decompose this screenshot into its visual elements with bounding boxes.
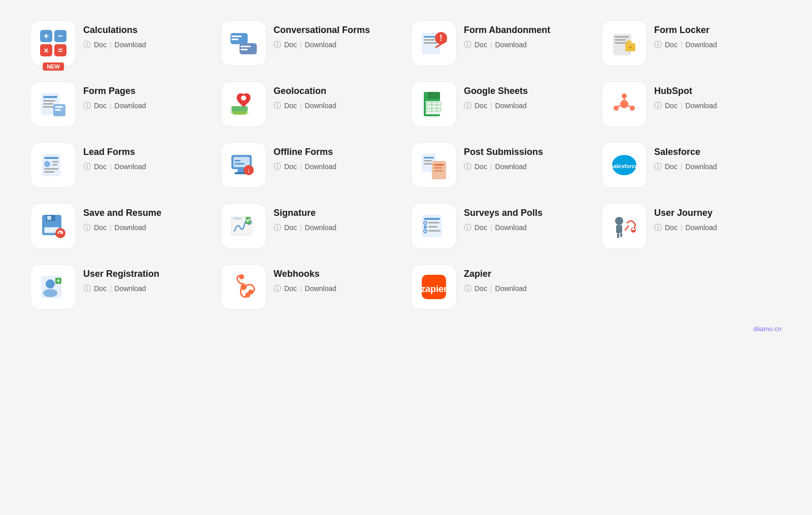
- separator: |: [490, 102, 492, 110]
- download-link-salesforce[interactable]: Download: [686, 163, 717, 171]
- addon-links-lead-forms: ⓘ Doc | Download: [83, 162, 146, 172]
- svg-rect-13: [241, 49, 248, 50]
- download-link-form-abandonment[interactable]: Download: [495, 41, 527, 49]
- svg-text:+: +: [56, 277, 60, 284]
- download-link-surveys-and-polls[interactable]: Download: [495, 223, 527, 232]
- addon-title-signature: Signature: [274, 207, 336, 219]
- doc-link-user-registration[interactable]: Doc: [94, 284, 107, 293]
- addon-title-calculations: Calculations: [83, 24, 146, 36]
- doc-link-signature[interactable]: Doc: [284, 223, 297, 232]
- download-link-offline-forms[interactable]: Download: [305, 163, 336, 171]
- doc-link-zapier[interactable]: Doc: [475, 284, 487, 293]
- svg-rect-81: [434, 170, 443, 172]
- addon-grid: + − × = NEWCalculations ⓘ Doc | Download…: [30, 20, 782, 310]
- download-link-lead-forms[interactable]: Download: [115, 163, 146, 171]
- svg-rect-49: [427, 108, 432, 111]
- doc-link-surveys-and-polls[interactable]: Doc: [475, 223, 487, 232]
- svg-rect-31: [43, 103, 53, 105]
- svg-rect-32: [43, 106, 54, 108]
- addon-icon-offline-forms: ↓: [221, 142, 266, 188]
- svg-point-39: [241, 95, 246, 101]
- separator: |: [490, 41, 492, 49]
- separator: |: [110, 223, 112, 232]
- download-link-zapier[interactable]: Download: [495, 284, 527, 293]
- info-icon: ⓘ: [274, 284, 281, 294]
- svg-text:=: =: [58, 46, 62, 55]
- addon-card-zapier: zapier Zapier ⓘ Doc | Download: [411, 264, 591, 310]
- download-link-google-sheets[interactable]: Download: [495, 102, 527, 110]
- info-icon: ⓘ: [83, 223, 91, 233]
- doc-link-post-submissions[interactable]: Doc: [475, 163, 487, 171]
- doc-link-offline-forms[interactable]: Doc: [284, 163, 297, 171]
- doc-link-form-abandonment[interactable]: Doc: [475, 41, 487, 49]
- download-link-post-submissions[interactable]: Download: [495, 163, 527, 171]
- doc-link-save-and-resume[interactable]: Doc: [94, 223, 107, 232]
- addon-title-hubspot: HubSpot: [654, 85, 717, 97]
- addon-icon-form-pages: [30, 81, 76, 127]
- addon-links-signature: ⓘ Doc | Download: [274, 223, 336, 233]
- addon-icon-signature: [221, 203, 266, 249]
- addon-icon-geolocation: [221, 81, 266, 127]
- addon-title-conversational-forms: Conversational Forms: [274, 24, 370, 36]
- download-link-user-journey[interactable]: Download: [686, 223, 717, 232]
- download-link-form-locker[interactable]: Download: [686, 41, 717, 49]
- separator: |: [300, 163, 302, 171]
- download-link-save-and-resume[interactable]: Download: [115, 223, 146, 232]
- download-link-webhooks[interactable]: Download: [305, 284, 336, 293]
- doc-link-salesforce[interactable]: Doc: [665, 163, 678, 171]
- svg-rect-86: [47, 216, 51, 220]
- svg-rect-71: [234, 163, 245, 165]
- download-link-signature[interactable]: Download: [305, 223, 336, 232]
- download-link-form-pages[interactable]: Download: [115, 102, 146, 110]
- info-icon: ⓘ: [274, 40, 281, 50]
- separator: |: [681, 41, 683, 49]
- doc-link-webhooks[interactable]: Doc: [284, 284, 297, 293]
- doc-link-user-journey[interactable]: Doc: [665, 223, 678, 232]
- svg-rect-12: [241, 46, 251, 47]
- svg-rect-38: [231, 106, 248, 111]
- addon-title-user-registration: User Registration: [83, 268, 159, 280]
- addon-icon-form-locker: [601, 20, 647, 66]
- doc-link-form-pages[interactable]: Doc: [94, 102, 107, 110]
- separator: |: [110, 41, 112, 49]
- svg-rect-75: [424, 157, 434, 158]
- doc-link-geolocation[interactable]: Doc: [284, 102, 297, 110]
- download-link-user-registration[interactable]: Download: [115, 284, 146, 293]
- doc-link-calculations[interactable]: Doc: [94, 41, 107, 49]
- doc-link-lead-forms[interactable]: Doc: [94, 163, 107, 171]
- svg-text:zapier: zapier: [421, 284, 447, 294]
- addon-icon-surveys-and-polls: [411, 203, 457, 249]
- download-link-conversational-forms[interactable]: Download: [305, 41, 336, 49]
- info-icon: ⓘ: [464, 162, 471, 172]
- addon-icon-calculations: + − × = NEW: [30, 20, 76, 66]
- addon-card-signature: Signature ⓘ Doc | Download: [221, 203, 401, 249]
- addon-title-offline-forms: Offline Forms: [274, 146, 336, 158]
- separator: |: [300, 223, 302, 232]
- svg-text:−: −: [58, 31, 63, 41]
- addon-links-offline-forms: ⓘ Doc | Download: [274, 162, 336, 172]
- addon-card-user-journey: User Journey ⓘ Doc | Download: [601, 203, 782, 249]
- addon-links-surveys-and-polls: ⓘ Doc | Download: [464, 223, 543, 233]
- svg-point-27: [629, 46, 631, 48]
- addon-title-geolocation: Geolocation: [274, 85, 336, 97]
- svg-text:!: !: [439, 34, 442, 42]
- svg-line-58: [618, 106, 620, 107]
- separator: |: [110, 102, 112, 110]
- doc-link-form-locker[interactable]: Doc: [665, 41, 678, 49]
- doc-link-google-sheets[interactable]: Doc: [475, 102, 487, 110]
- addon-icon-post-submissions: [411, 142, 457, 188]
- svg-point-101: [615, 217, 623, 225]
- svg-rect-80: [434, 167, 442, 169]
- download-link-calculations[interactable]: Download: [115, 41, 146, 49]
- addon-info-zapier: Zapier ⓘ Doc | Download: [464, 264, 527, 294]
- doc-link-hubspot[interactable]: Doc: [665, 102, 678, 110]
- addon-icon-salesforce: salesforce: [601, 142, 647, 188]
- svg-point-112: [239, 274, 244, 279]
- download-link-geolocation[interactable]: Download: [305, 102, 336, 110]
- doc-link-conversational-forms[interactable]: Doc: [284, 41, 297, 49]
- addon-links-zapier: ⓘ Doc | Download: [464, 284, 527, 294]
- addon-info-post-submissions: Post Submissions ⓘ Doc | Download: [464, 142, 543, 172]
- svg-rect-51: [437, 108, 441, 111]
- download-link-hubspot[interactable]: Download: [686, 102, 717, 110]
- svg-rect-29: [43, 96, 57, 98]
